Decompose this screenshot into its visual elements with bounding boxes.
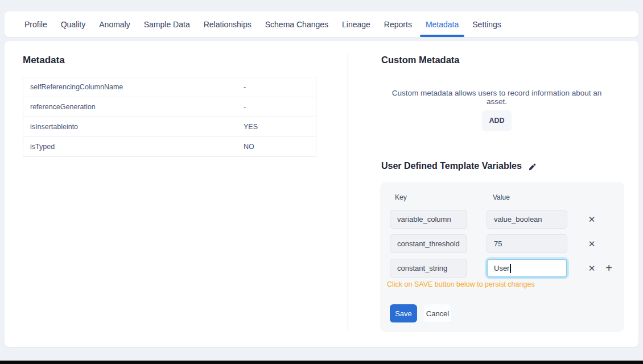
edit-icon[interactable] [529, 163, 536, 171]
tab-lineage[interactable]: Lineage [336, 11, 376, 37]
remove-row-icon[interactable]: ✕ [586, 234, 598, 253]
custom-metadata-title: Custom Metadata [381, 55, 460, 65]
variable-key-input[interactable]: constant_threshold [390, 234, 467, 253]
cancel-button[interactable]: Cancel [424, 304, 451, 322]
save-button[interactable]: Save [390, 304, 417, 322]
value-column-header: Value [493, 193, 510, 201]
row-value: - [244, 83, 246, 91]
template-variables-title-text: User Defined Template Variables [381, 161, 522, 171]
tab-anomaly[interactable]: Anomaly [93, 11, 135, 37]
template-variables-title: User Defined Template Variables [381, 161, 536, 171]
table-row: isInsertableinto YES [23, 117, 316, 137]
bottom-edge-bar [0, 361, 643, 364]
tab-quality[interactable]: Quality [55, 11, 92, 37]
variable-value-input[interactable]: 75 [487, 234, 567, 253]
table-row: isTyped NO [23, 137, 316, 157]
text-caret [510, 264, 511, 273]
row-key: isTyped [23, 143, 55, 151]
tab-sample-data[interactable]: Sample Data [138, 11, 196, 37]
custom-metadata-description: Custom metadata allows users to record i… [381, 89, 612, 106]
variable-value-input-focused[interactable]: User [487, 259, 567, 278]
row-value: - [244, 103, 246, 111]
template-variables-panel: Key Value variable_column value_boolean … [380, 182, 624, 332]
tab-metadata[interactable]: Metadata [420, 11, 464, 37]
row-value: YES [244, 123, 258, 131]
tab-reports[interactable]: Reports [378, 11, 418, 37]
add-button-wrap: ADD [381, 110, 612, 131]
add-button[interactable]: ADD [482, 110, 511, 131]
row-key: referenceGeneration [23, 103, 96, 111]
row-key: selfReferencingColumnName [23, 83, 123, 91]
metadata-section: Metadata selfReferencingColumnName - ref… [5, 41, 348, 347]
metadata-title: Metadata [23, 55, 65, 66]
focused-input-text: User [494, 264, 509, 272]
custom-metadata-section: Custom Metadata Custom metadata allows u… [348, 41, 638, 347]
remove-row-icon[interactable]: ✕ [586, 210, 598, 229]
add-row-icon[interactable]: + [603, 259, 615, 278]
tab-bar: Profile Quality Anomaly Sample Data Rela… [5, 11, 638, 37]
row-value: NO [244, 143, 254, 151]
persist-note: Click on SAVE button below to persist ch… [387, 280, 535, 288]
key-column-header: Key [395, 193, 407, 201]
row-key: isInsertableinto [23, 123, 78, 131]
table-row: selfReferencingColumnName - [23, 77, 316, 97]
remove-row-icon[interactable]: ✕ [586, 259, 598, 278]
page: Profile Quality Anomaly Sample Data Rela… [0, 0, 643, 364]
tab-profile[interactable]: Profile [19, 11, 53, 37]
metadata-table: selfReferencingColumnName - referenceGen… [23, 77, 316, 157]
main-card: Metadata selfReferencingColumnName - ref… [5, 41, 638, 347]
variable-key-input[interactable]: constant_string [390, 259, 467, 278]
tab-settings[interactable]: Settings [467, 11, 507, 37]
tab-schema-changes[interactable]: Schema Changes [259, 11, 334, 37]
variable-key-input[interactable]: variable_column [390, 210, 467, 229]
tab-relationships[interactable]: Relationships [198, 11, 257, 37]
variable-value-input[interactable]: value_boolean [487, 210, 567, 229]
table-row: referenceGeneration - [23, 97, 316, 117]
